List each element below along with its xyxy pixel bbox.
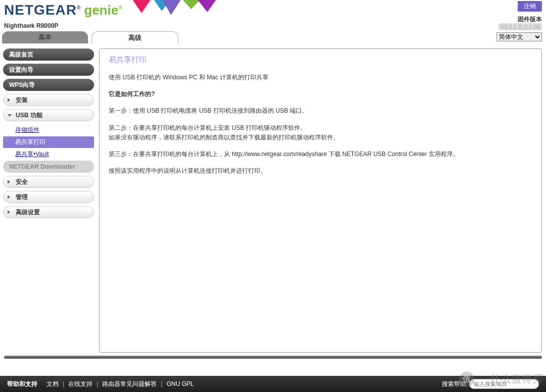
chevron-right-icon	[8, 195, 10, 199]
firmware-label: 固件版本	[518, 15, 542, 24]
bottom-bar: 帮助和支持 文档| 在线支持| 路由器常见问题解答| GNU GPL 搜索帮助	[0, 376, 546, 392]
nav-usb-vault[interactable]: 易共享•Vault	[3, 149, 94, 160]
nav-advanced-home[interactable]: 高级首页	[3, 48, 94, 61]
logout-button[interactable]: 注销	[518, 1, 542, 12]
nav-advanced-settings[interactable]: 高级设置	[3, 206, 94, 218]
step-2: 第二步：在要共享打印机的每台计算机上安装 USB 打印机驱动程序软件。如果没有驱…	[109, 123, 532, 142]
content-panel: 易共享打印 使用 USB 打印机的 Windows PC 和 Mac 计算机的打…	[99, 48, 542, 353]
link-faq[interactable]: 路由器常见问题解答	[102, 380, 157, 388]
content-footer-bar	[4, 356, 542, 359]
nav-usb[interactable]: USB 功能	[3, 109, 94, 121]
sidebar: 高级首页 设置向导 WPS向导 安装 USB 功能 存储组件 易共享打印 易共享…	[0, 43, 97, 353]
brand-logo: NETGEAR® genie®	[4, 2, 122, 18]
intro-text: 使用 USB 打印机的 Windows PC 和 Mac 计算机的打印共享	[109, 73, 532, 82]
svg-marker-0	[131, 0, 152, 13]
follow-instructions: 按照该实用程序中的说明从计算机连接打印机并进行打印。	[109, 166, 532, 176]
link-online-support[interactable]: 在线支持	[68, 380, 93, 388]
nav-setup-wizard[interactable]: 设置向导	[3, 64, 94, 76]
language-select[interactable]: 简体中文	[496, 32, 542, 41]
genie-wordmark: genie®	[84, 3, 122, 18]
firmware-version: V1.2.1.6_1.1.86	[498, 23, 542, 30]
nav-admin[interactable]: 管理	[3, 191, 94, 203]
tab-basic[interactable]: 基本	[2, 31, 88, 43]
netgear-wordmark: NETGEAR®	[4, 2, 81, 18]
help-label: 帮助和支持	[7, 380, 37, 388]
model-label: Nighthawk R8000P	[4, 22, 58, 29]
nav-security[interactable]: 安全	[3, 176, 94, 188]
nav-usb-storage[interactable]: 存储组件	[3, 124, 94, 136]
chevron-down-icon	[8, 114, 12, 117]
link-docs[interactable]: 文档	[47, 380, 59, 388]
search-label: 搜索帮助	[442, 380, 466, 388]
link-gpl[interactable]: GNU GPL	[166, 380, 194, 387]
how-it-works-heading: 它是如何工作的?	[109, 89, 532, 99]
decorative-triangles	[131, 0, 222, 18]
chevron-right-icon	[8, 180, 10, 184]
nav-wps-wizard[interactable]: WPS向导	[3, 79, 94, 91]
step-1: 第一步：使用 USB 打印机电缆将 USB 打印机连接到路由器的 USB 端口。	[109, 106, 532, 116]
search-input[interactable]	[469, 379, 539, 389]
svg-marker-4	[196, 0, 217, 12]
svg-marker-2	[162, 0, 182, 15]
step-3: 第三步：在要共享打印机的每台计算机上，从 http://www.netgear.…	[109, 150, 532, 159]
nav-install[interactable]: 安装	[3, 94, 94, 106]
nav-usb-print[interactable]: 易共享打印	[3, 136, 94, 148]
page-title: 易共享打印	[109, 55, 532, 65]
chevron-right-icon	[8, 98, 10, 102]
nav-downloader[interactable]: NETGEAR Downloader (BETA)	[3, 161, 94, 173]
tab-advanced[interactable]: 高级	[92, 31, 178, 44]
chevron-right-icon	[8, 210, 10, 214]
